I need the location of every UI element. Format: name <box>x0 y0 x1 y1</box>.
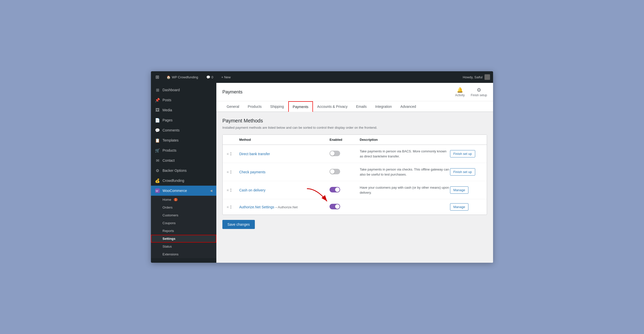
drag-lines-icon: ≡ <box>227 170 229 174</box>
up-down-arrows: ▲ ▼ <box>230 152 232 156</box>
method-name-authorize-net[interactable]: Authorize.Net Settings – Authorize.Net <box>239 205 298 209</box>
sidebar: ⊞ Dashboard 📌 Posts 🖼 Media 📄 Pages 💬 Co… <box>151 83 216 263</box>
table-row: ≡ ▲ ▼ Authorize.Net Settings – Authorize… <box>223 199 487 215</box>
tab-advanced[interactable]: Advanced <box>396 101 420 112</box>
toggle-direct-bank[interactable] <box>330 151 340 156</box>
page-header: Payments 🔔 Activity ⚙ Finish setup <box>216 83 493 101</box>
woo-submenu-extensions[interactable]: Extensions <box>151 250 216 258</box>
comments-bar-item[interactable]: 💬 0 <box>204 74 215 80</box>
drag-lines-icon: ≡ <box>227 205 229 209</box>
tab-payments[interactable]: Payments <box>288 101 313 112</box>
sidebar-item-woocommerce[interactable]: W WooCommerce ◀ <box>151 186 216 196</box>
method-name-direct-bank[interactable]: Direct bank transfer <box>239 152 270 156</box>
woocommerce-label: WooCommerce <box>163 189 187 193</box>
tab-products[interactable]: Products <box>244 101 266 112</box>
manage-btn-cash-on-delivery[interactable]: Manage <box>450 186 468 194</box>
howdy-text: Howdy, Saiful <box>463 75 482 79</box>
activity-action[interactable]: 🔔 Activity <box>455 87 465 97</box>
drag-handle[interactable]: ≡ ▲ ▼ <box>227 205 239 209</box>
payment-methods-table: Method Enabled Description ≡ ▲ <box>222 135 487 215</box>
site-name-bar-item[interactable]: 🏠 WP Crowdfunding <box>165 74 200 80</box>
method-name-check-payments[interactable]: Check payments <box>239 170 265 174</box>
main-content: Payment Methods Installed payment method… <box>216 112 493 235</box>
templates-icon: 📋 <box>155 138 160 143</box>
sidebar-item-label: Templates <box>163 138 179 142</box>
method-name-cash-on-delivery[interactable]: Cash on delivery <box>239 188 265 192</box>
sidebar-item-contact[interactable]: ✉ Contact <box>151 155 216 165</box>
toggle-check-payments[interactable] <box>330 169 340 174</box>
description-cash-on-delivery: Have your customers pay with cash (or by… <box>360 185 450 195</box>
sidebar-item-templates[interactable]: 📋 Templates <box>151 135 216 145</box>
sidebar-item-posts[interactable]: 📌 Posts <box>151 95 216 105</box>
media-icon: 🖼 <box>155 108 160 113</box>
woo-submenu-coupons[interactable]: Coupons <box>151 219 216 227</box>
crowdfunding-icon: 💰 <box>155 178 160 183</box>
user-avatar <box>485 74 490 80</box>
woo-submenu-customers[interactable]: Customers <box>151 211 216 219</box>
tab-shipping[interactable]: Shipping <box>266 101 288 112</box>
sidebar-item-label: Crowdfunding <box>163 179 184 183</box>
pages-icon: 📄 <box>155 118 160 123</box>
tabs-bar: General Products Shipping Payments Accou… <box>216 101 493 112</box>
dashboard-icon: ⊞ <box>155 87 160 92</box>
products-icon: 🛒 <box>155 148 160 153</box>
sidebar-item-label: Media <box>163 108 172 112</box>
sidebar-item-products[interactable]: 🛒 Products <box>151 145 216 155</box>
section-description: Installed payment methods are listed bel… <box>222 126 487 129</box>
finish-setup-btn-direct-bank[interactable]: Finish set up <box>450 150 475 157</box>
woo-submenu-reports[interactable]: Reports <box>151 227 216 235</box>
sidebar-item-pages[interactable]: 📄 Pages <box>151 115 216 125</box>
drag-handle[interactable]: ≡ ▲ ▼ <box>227 152 239 156</box>
sidebar-item-media[interactable]: 🖼 Media <box>151 105 216 115</box>
sidebar-item-crowdfunding[interactable]: 💰 Crowdfunding <box>151 176 216 186</box>
page-title: Payments <box>222 89 243 95</box>
section-title: Payment Methods <box>222 118 487 124</box>
method-header: Method <box>239 138 330 142</box>
woo-submenu-orders[interactable]: Orders <box>151 204 216 211</box>
woo-submenu-status[interactable]: Status <box>151 243 216 250</box>
sidebar-item-label: Dashboard <box>163 88 180 92</box>
drag-lines-icon: ≡ <box>227 188 229 192</box>
woo-collapse-icon: ◀ <box>210 189 212 192</box>
sidebar-item-backer-options[interactable]: ⚙ Backer Options <box>151 165 216 176</box>
toggle-cash-on-delivery[interactable] <box>330 187 340 192</box>
description-direct-bank: Take payments in person via BACS. More c… <box>360 149 450 159</box>
svg-text:W: W <box>156 189 158 192</box>
table-row: ≡ ▲ ▼ Check payments <box>223 163 487 181</box>
contact-icon: ✉ <box>155 158 160 163</box>
tab-general[interactable]: General <box>222 101 244 112</box>
admin-bar: ⊞ 🏠 WP Crowdfunding 💬 0 + New Howdy, Sai… <box>151 71 493 83</box>
sidebar-item-label: Contact <box>163 158 175 162</box>
woo-submenu-home[interactable]: Home 1 <box>151 196 216 204</box>
manage-btn-authorize-net[interactable]: Manage <box>450 203 468 211</box>
backer-options-icon: ⚙ <box>155 168 160 173</box>
enabled-header: Enabled <box>330 138 360 142</box>
new-bar-item[interactable]: + New <box>219 74 233 80</box>
drag-handle[interactable]: ≡ ▲ ▼ <box>227 188 239 192</box>
tab-integration[interactable]: Integration <box>371 101 396 112</box>
description-check-payments: Take payments in person via checks. This… <box>360 167 450 177</box>
sidebar-item-dashboard[interactable]: ⊞ Dashboard <box>151 85 216 95</box>
tab-emails[interactable]: Emails <box>352 101 371 112</box>
payment-rows-container: ≡ ▲ ▼ Direct bank transfer <box>223 145 487 215</box>
woocommerce-icon: W <box>155 188 160 193</box>
table-header: Method Enabled Description <box>223 135 487 145</box>
sidebar-item-label: Pages <box>163 118 173 122</box>
posts-icon: 📌 <box>155 97 160 103</box>
finish-setup-action[interactable]: ⚙ Finish setup <box>471 87 487 97</box>
description-header: Description <box>360 138 450 142</box>
woo-submenu-settings[interactable]: Settings <box>151 235 216 243</box>
sidebar-item-label: Products <box>163 148 176 152</box>
drag-lines-icon: ≡ <box>227 152 229 156</box>
sidebar-item-comments[interactable]: 💬 Comments <box>151 125 216 135</box>
toggle-authorize-net[interactable] <box>330 204 340 209</box>
authorize-net-subtitle: – Authorize.Net <box>275 205 298 209</box>
activity-icon: 🔔 <box>457 87 463 93</box>
content-area: Payments 🔔 Activity ⚙ Finish setup Gener… <box>216 83 493 263</box>
drag-handle[interactable]: ≡ ▲ ▼ <box>227 170 239 174</box>
finish-setup-btn-check-payments[interactable]: Finish set up <box>450 168 475 176</box>
save-changes-button[interactable]: Save changes <box>222 220 255 229</box>
sidebar-item-label: Backer Options <box>163 169 187 173</box>
wp-logo[interactable]: ⊞ <box>154 74 160 80</box>
tab-accounts-privacy[interactable]: Accounts & Privacy <box>313 101 352 112</box>
